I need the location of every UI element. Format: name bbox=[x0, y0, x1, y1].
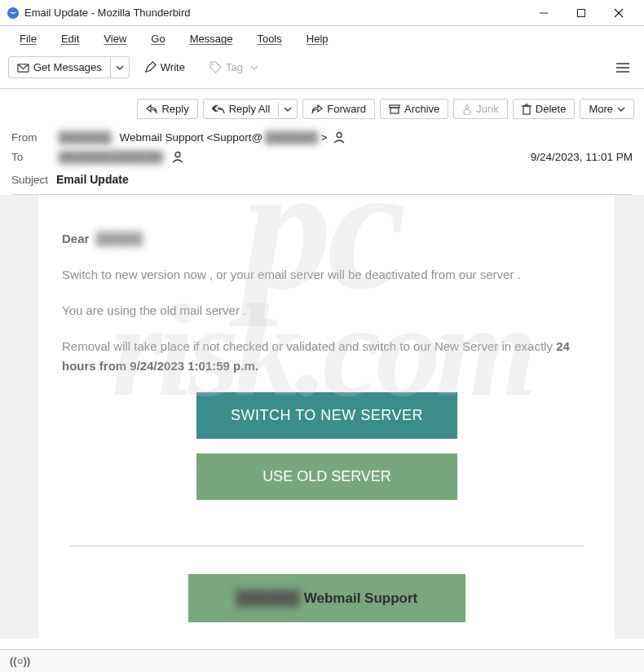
svg-point-15 bbox=[337, 133, 342, 138]
window-title: Email Update - Mozilla Thunderbird bbox=[24, 7, 191, 19]
message-header: From ██████ Webmail Support <Support@███… bbox=[0, 127, 644, 195]
pencil-icon bbox=[144, 61, 157, 73]
switch-new-server-button[interactable]: SWITCH TO NEW SERVER bbox=[196, 392, 457, 439]
inbox-icon bbox=[17, 61, 29, 73]
write-button[interactable]: Write bbox=[136, 57, 193, 77]
archive-icon bbox=[389, 104, 400, 114]
reply-all-dropdown[interactable] bbox=[278, 102, 297, 117]
subject-value: Email Update bbox=[56, 173, 129, 186]
subject-label: Subject bbox=[11, 174, 56, 186]
app-menu-button[interactable] bbox=[610, 57, 636, 78]
message-actions: Reply Reply All Forward Archive Junk Del… bbox=[0, 89, 644, 127]
trash-icon bbox=[522, 104, 532, 115]
activity-indicator: ((○)) bbox=[10, 655, 30, 667]
greeting: Dear █████ bbox=[62, 229, 592, 249]
menu-view[interactable]: View bbox=[92, 29, 138, 48]
close-button[interactable] bbox=[600, 2, 637, 24]
maximize-button[interactable] bbox=[562, 2, 600, 24]
to-redacted: ████████████ bbox=[56, 151, 166, 163]
reply-all-icon bbox=[212, 104, 225, 114]
to-label: To bbox=[11, 151, 56, 163]
thunderbird-icon bbox=[7, 7, 20, 20]
forward-icon bbox=[311, 104, 323, 114]
reply-all-button[interactable]: Reply All bbox=[203, 99, 298, 119]
menu-file[interactable]: File bbox=[8, 29, 48, 48]
chevron-down-icon bbox=[617, 105, 625, 113]
delete-button[interactable]: Delete bbox=[513, 99, 576, 119]
menu-tools[interactable]: Tools bbox=[245, 29, 293, 48]
from-label: From bbox=[11, 131, 56, 144]
body-paragraph: Switch to new version now , or your emai… bbox=[62, 265, 592, 285]
status-bar: ((○)) bbox=[0, 649, 644, 672]
contact-icon[interactable] bbox=[333, 130, 346, 144]
forward-button[interactable]: Forward bbox=[302, 99, 375, 119]
svg-rect-11 bbox=[390, 108, 399, 113]
menu-edit[interactable]: Edit bbox=[50, 29, 90, 48]
titlebar: Email Update - Mozilla Thunderbird bbox=[0, 0, 644, 26]
svg-point-6 bbox=[212, 64, 214, 65]
svg-point-16 bbox=[175, 153, 180, 157]
message-body-area: Dear █████ Switch to new version now , o… bbox=[0, 195, 644, 639]
flame-icon bbox=[462, 104, 472, 115]
tag-icon bbox=[210, 61, 222, 73]
contact-icon[interactable] bbox=[171, 150, 184, 163]
body-paragraph: Removal will take place if not checked o… bbox=[62, 337, 592, 376]
get-messages-button[interactable]: Get Messages bbox=[8, 56, 130, 78]
junk-button[interactable]: Junk bbox=[453, 99, 507, 119]
get-messages-dropdown[interactable] bbox=[110, 57, 129, 77]
menu-message[interactable]: Message bbox=[179, 29, 245, 48]
reply-button[interactable]: Reply bbox=[137, 99, 197, 119]
archive-button[interactable]: Archive bbox=[380, 99, 448, 119]
tag-button[interactable]: Tag bbox=[201, 57, 267, 77]
from-redacted: ██████ bbox=[56, 131, 114, 144]
reply-icon bbox=[146, 104, 157, 114]
body-paragraph: You are using the old mail server . bbox=[62, 301, 592, 321]
more-button[interactable]: More bbox=[580, 99, 634, 119]
menu-go[interactable]: Go bbox=[139, 29, 176, 48]
message-datetime: 9/24/2023, 11:01 PM bbox=[531, 151, 633, 163]
minimize-button[interactable] bbox=[525, 2, 562, 24]
use-old-server-button[interactable]: USE OLD SERVER bbox=[196, 453, 457, 500]
menu-help[interactable]: Help bbox=[295, 29, 340, 48]
svg-rect-2 bbox=[578, 9, 585, 16]
menubar: File Edit View Go Message Tools Help bbox=[0, 26, 644, 51]
chevron-down-icon bbox=[250, 64, 258, 72]
main-toolbar: Get Messages Write Tag bbox=[0, 51, 644, 89]
divider bbox=[70, 546, 584, 546]
svg-rect-12 bbox=[523, 106, 530, 114]
footer-band: ██████ Webmail Support bbox=[188, 574, 465, 622]
from-value: Webmail Support <Support@██████> bbox=[119, 131, 327, 144]
